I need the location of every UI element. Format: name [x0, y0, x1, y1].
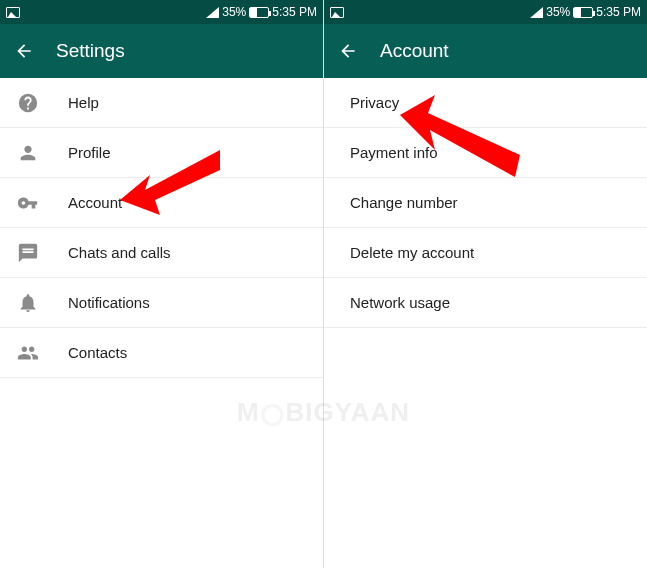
picture-icon — [6, 7, 20, 18]
list-item-network-usage[interactable]: Network usage — [324, 278, 647, 328]
list-item-privacy[interactable]: Privacy — [324, 78, 647, 128]
account-list: Privacy Payment info Change number Delet… — [324, 78, 647, 328]
settings-list: Help Profile Account Chats and calls Not… — [0, 78, 323, 378]
list-item-label: Help — [68, 94, 99, 111]
back-icon[interactable] — [14, 41, 34, 61]
page-title: Account — [380, 40, 449, 62]
screen-account: 35% 5:35 PM Account Privacy Payment info… — [324, 0, 647, 568]
picture-icon — [330, 7, 344, 18]
signal-icon — [206, 7, 219, 18]
list-item-account[interactable]: Account — [0, 178, 323, 228]
list-item-change-number[interactable]: Change number — [324, 178, 647, 228]
back-icon[interactable] — [338, 41, 358, 61]
page-title: Settings — [56, 40, 125, 62]
list-item-chats[interactable]: Chats and calls — [0, 228, 323, 278]
list-item-label: Notifications — [68, 294, 150, 311]
list-item-label: Privacy — [350, 94, 399, 111]
signal-icon — [530, 7, 543, 18]
list-item-label: Profile — [68, 144, 111, 161]
list-item-contacts[interactable]: Contacts — [0, 328, 323, 378]
list-item-label: Network usage — [350, 294, 450, 311]
list-item-label: Account — [68, 194, 122, 211]
help-icon — [16, 91, 40, 115]
status-time: 5:35 PM — [596, 5, 641, 19]
screen-settings: 35% 5:35 PM Settings Help Profile Accoun… — [0, 0, 324, 568]
key-icon — [16, 191, 40, 215]
list-item-profile[interactable]: Profile — [0, 128, 323, 178]
status-time: 5:35 PM — [272, 5, 317, 19]
list-item-delete-account[interactable]: Delete my account — [324, 228, 647, 278]
list-item-label: Chats and calls — [68, 244, 171, 261]
contacts-icon — [16, 341, 40, 365]
app-bar: Account — [324, 24, 647, 78]
status-bar: 35% 5:35 PM — [324, 0, 647, 24]
chat-icon — [16, 241, 40, 265]
status-bar: 35% 5:35 PM — [0, 0, 323, 24]
bell-icon — [16, 291, 40, 315]
list-item-label: Change number — [350, 194, 458, 211]
list-item-notifications[interactable]: Notifications — [0, 278, 323, 328]
list-item-help[interactable]: Help — [0, 78, 323, 128]
list-item-label: Delete my account — [350, 244, 474, 261]
app-bar: Settings — [0, 24, 323, 78]
list-item-label: Contacts — [68, 344, 127, 361]
battery-icon — [573, 7, 593, 18]
list-item-label: Payment info — [350, 144, 438, 161]
list-item-payment[interactable]: Payment info — [324, 128, 647, 178]
profile-icon — [16, 141, 40, 165]
battery-percent: 35% — [222, 5, 246, 19]
battery-percent: 35% — [546, 5, 570, 19]
battery-icon — [249, 7, 269, 18]
